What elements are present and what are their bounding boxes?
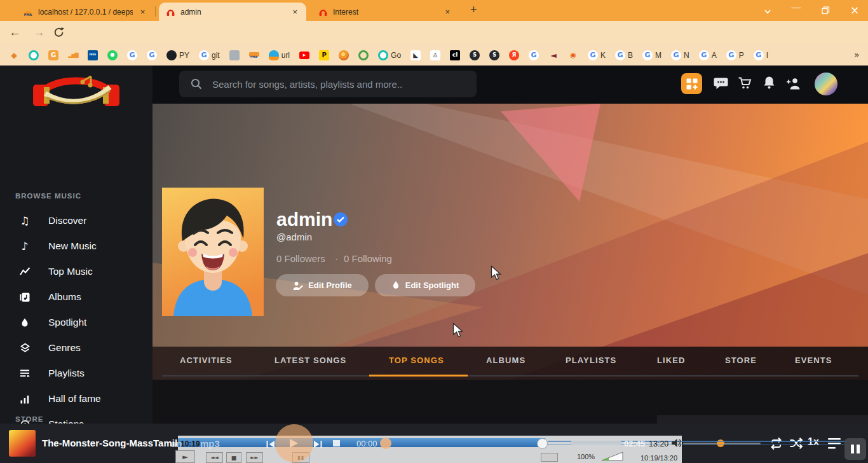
back-icon[interactable]: ← bbox=[9, 25, 21, 39]
followers-count[interactable]: 0 Followers bbox=[276, 253, 325, 264]
window-minimize-button[interactable]: — bbox=[788, 1, 804, 12]
bookmark-item[interactable]: ◣ bbox=[410, 50, 421, 60]
new-tab-button[interactable]: + bbox=[470, 3, 477, 17]
overlay-option-box[interactable] bbox=[541, 453, 558, 462]
bookmark-item[interactable]: GP bbox=[726, 50, 744, 60]
reload-icon[interactable] bbox=[53, 27, 65, 41]
edit-profile-button[interactable]: Edit Profile bbox=[276, 274, 369, 296]
bookmark-item[interactable]: Go bbox=[378, 50, 401, 60]
profile-avatar[interactable] bbox=[162, 188, 264, 319]
bookmark-item[interactable] bbox=[229, 50, 240, 60]
bookmark-item[interactable]: ◄ bbox=[548, 50, 559, 60]
bookmark-item[interactable]: PMA bbox=[249, 52, 259, 58]
sidebar-item-albums[interactable]: Albums bbox=[0, 284, 153, 310]
window-restore-button[interactable] bbox=[817, 4, 834, 17]
previous-track-icon[interactable] bbox=[266, 439, 275, 451]
bookmark-item[interactable]: GI bbox=[754, 50, 768, 60]
bookmark-favicon-g: G bbox=[754, 50, 764, 60]
bookmark-item[interactable]: GM bbox=[642, 50, 661, 60]
bookmark-item[interactable]: url bbox=[269, 50, 290, 60]
sidebar-item-genres[interactable]: Genres bbox=[0, 335, 153, 361]
tab-close-icon[interactable]: × bbox=[290, 7, 300, 17]
messages-icon[interactable] bbox=[713, 76, 729, 93]
queue-icon[interactable] bbox=[827, 437, 844, 453]
sidebar-item-top-music[interactable]: Top Music bbox=[0, 259, 153, 284]
bookmark-item[interactable] bbox=[339, 50, 349, 60]
bookmark-item[interactable]: GN bbox=[671, 50, 689, 60]
upload-button[interactable] bbox=[681, 73, 702, 94]
repeat-icon[interactable] bbox=[769, 436, 783, 453]
bookmark-item[interactable]: G bbox=[48, 50, 58, 60]
overlay-volume-wedge[interactable] bbox=[601, 452, 624, 463]
tab-store[interactable]: STORE bbox=[725, 356, 757, 365]
bookmark-item[interactable]: Я bbox=[509, 50, 519, 60]
sidebar-item-new-music[interactable]: ♪ New Music bbox=[0, 233, 153, 259]
bookmark-item[interactable]: ◉ bbox=[568, 50, 578, 60]
sidebar-item-hall-of-fame[interactable]: Hall of fame bbox=[0, 386, 153, 411]
tab-latest-songs[interactable]: LATEST SONGS bbox=[275, 356, 346, 365]
bookmark-item[interactable]: GB bbox=[615, 50, 633, 60]
bookmark-item[interactable] bbox=[107, 50, 118, 60]
tab-close-icon[interactable]: × bbox=[138, 7, 147, 17]
bookmark-item[interactable] bbox=[29, 50, 39, 60]
pause-button[interactable] bbox=[844, 438, 866, 460]
bookmark-item[interactable]: cl bbox=[450, 50, 460, 60]
following-count[interactable]: 0 Following bbox=[344, 253, 392, 264]
search-input[interactable] bbox=[211, 78, 468, 90]
forward-icon[interactable]: → bbox=[33, 25, 45, 39]
tab-liked[interactable]: LIKED bbox=[657, 356, 686, 365]
bookmark-item[interactable]: Ggit bbox=[199, 50, 220, 60]
overlay-rewind-button[interactable]: ◄◄ bbox=[206, 452, 223, 463]
bookmark-item[interactable]: S bbox=[489, 50, 499, 60]
bookmark-item[interactable]: P bbox=[319, 50, 329, 60]
next-track-icon[interactable] bbox=[313, 439, 322, 451]
tab-top-songs[interactable]: TOP SONGS bbox=[389, 356, 444, 365]
tab-events[interactable]: EVENTS bbox=[795, 356, 832, 365]
bookmarks-overflow-chevron[interactable]: » bbox=[854, 50, 860, 60]
bookmark-item[interactable]: ◆ bbox=[9, 50, 19, 60]
bookmark-item[interactable]: IEEE bbox=[88, 50, 98, 60]
cart-icon[interactable] bbox=[737, 76, 752, 93]
tab-albums[interactable]: ALBUMS bbox=[486, 356, 526, 365]
overlay-forward-button[interactable]: ►► bbox=[246, 452, 263, 463]
edit-spotlight-label: Edit Spotlight bbox=[405, 280, 459, 290]
user-avatar[interactable] bbox=[815, 73, 837, 95]
playback-rate[interactable]: 1x bbox=[808, 436, 819, 448]
song-artwork[interactable] bbox=[9, 430, 36, 457]
bookmark-item[interactable]: G bbox=[147, 50, 157, 60]
bookmark-item[interactable]: ▸ bbox=[299, 52, 309, 59]
bookmark-item[interactable]: ▂▅▇ bbox=[68, 50, 78, 60]
shuffle-icon[interactable] bbox=[789, 436, 803, 453]
edit-spotlight-button[interactable]: Edit Spotlight bbox=[375, 274, 475, 296]
window-close-button[interactable]: × bbox=[846, 4, 863, 17]
bookmark-item[interactable]: GK bbox=[588, 50, 606, 60]
app-logo[interactable] bbox=[22, 67, 130, 111]
sidebar-item-spotlight[interactable]: Spotlight bbox=[0, 310, 153, 335]
overlay-stop-button[interactable]: ■ bbox=[226, 452, 241, 463]
bookmark-item[interactable]: GA bbox=[699, 50, 717, 60]
bookmark-item[interactable]: ♙ bbox=[430, 50, 440, 60]
seek-knob-secondary[interactable] bbox=[380, 438, 391, 449]
tab-playlists[interactable]: PLAYLISTS bbox=[566, 356, 616, 365]
bookmark-item[interactable] bbox=[358, 50, 369, 60]
browser-tab-admin[interactable]: admin × bbox=[159, 3, 306, 21]
browser-tab-deepsound[interactable]: PMA localhost / 127.0.0.1 / deepsound × bbox=[17, 3, 154, 21]
bookmark-item[interactable]: G bbox=[127, 50, 137, 60]
stop-icon[interactable] bbox=[333, 440, 340, 446]
tab-close-icon[interactable]: × bbox=[442, 7, 452, 17]
bookmark-item[interactable]: S bbox=[470, 50, 480, 60]
native-seek-knob[interactable] bbox=[537, 438, 548, 449]
active-tab-underline bbox=[369, 375, 468, 377]
search-box[interactable] bbox=[179, 71, 477, 97]
bookmark-item[interactable]: PY bbox=[166, 50, 189, 60]
add-user-icon[interactable] bbox=[785, 76, 802, 93]
speaker-icon[interactable] bbox=[672, 438, 681, 450]
tab-activities[interactable]: ACTIVITIES bbox=[180, 356, 233, 365]
notifications-bell-icon[interactable] bbox=[762, 75, 776, 93]
sidebar-item-discover[interactable]: ♫ Discover bbox=[0, 208, 153, 233]
tab-search-chevron-icon[interactable] bbox=[759, 4, 776, 17]
bookmark-item[interactable]: G bbox=[529, 50, 539, 60]
browser-tab-interest[interactable]: Interest × bbox=[311, 3, 459, 21]
sidebar-item-playlists[interactable]: Playlists bbox=[0, 361, 153, 386]
overlay-play-button[interactable]: ► bbox=[175, 450, 195, 463]
